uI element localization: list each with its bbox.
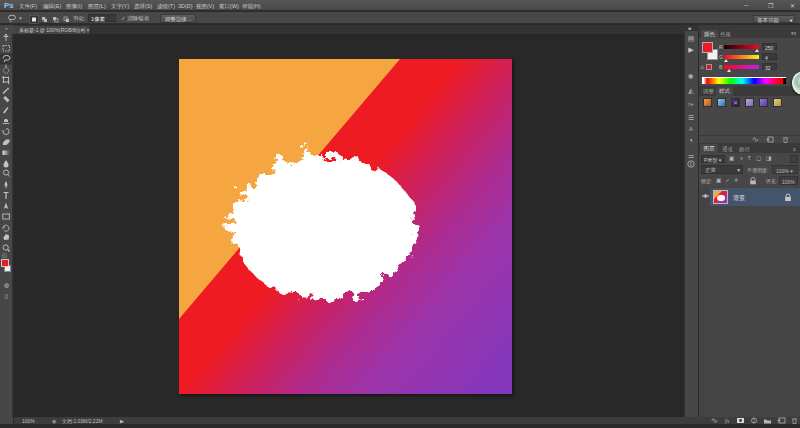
svg-text:fx: fx: [725, 418, 730, 424]
